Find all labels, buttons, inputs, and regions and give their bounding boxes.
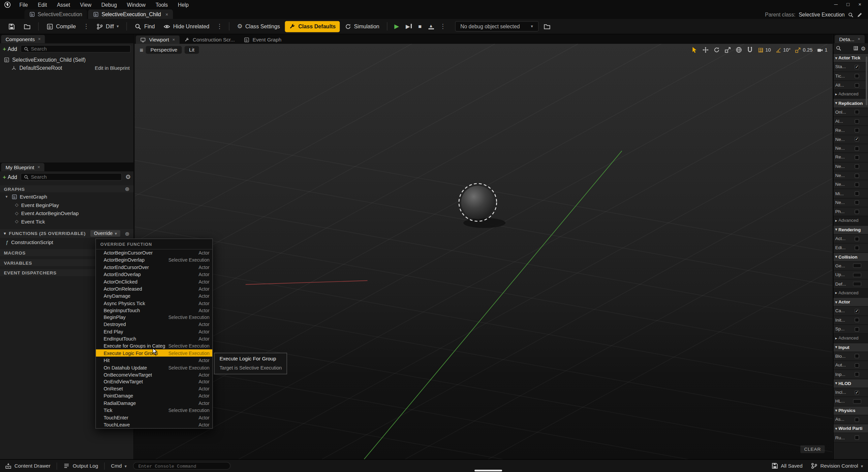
components-search-input[interactable] [31,46,128,52]
world-space-icon[interactable] [735,47,742,53]
menu-window[interactable]: Window [122,1,151,7]
close-icon[interactable]: × [858,37,860,42]
minimize-button[interactable]: ─ [834,2,838,7]
details-advanced-toggle[interactable]: ▸Advanced [834,289,868,298]
maximize-button[interactable]: □ [846,2,849,7]
gear-icon[interactable]: ⚙ [861,45,866,51]
tab-components[interactable]: Components × [1,35,45,43]
find-button[interactable]: Find [131,21,159,32]
checkbox[interactable] [855,191,859,196]
details-category-rendering[interactable]: ▾Rendering [834,226,868,235]
stop-button[interactable]: ■ [415,23,424,29]
functions-section-header[interactable]: ▾ FUNCTIONS (25 OVERRIDABLE) Override ▾ … [0,229,133,238]
override-menu-item[interactable]: DestroyedActor [96,321,212,328]
checkbox[interactable] [855,65,859,69]
menu-asset[interactable]: Asset [52,1,75,7]
details-category-collision[interactable]: ▾Collision [834,253,868,262]
value-field[interactable] [853,264,862,268]
override-menu-item[interactable]: PointDamageActor [96,392,212,400]
add-blueprint-item-button[interactable]: +Add [3,174,17,180]
simulation-button[interactable]: Simulation [341,21,383,32]
details-category-actor[interactable]: ▾Actor [834,298,868,307]
checkbox[interactable] [855,245,859,250]
value-field[interactable] [853,282,862,286]
details-category-input[interactable]: ▾Input [834,343,868,352]
content-drawer-button[interactable]: Content Drawer [5,463,51,469]
chevron-down-icon[interactable]: ▾ [5,195,7,199]
rotate-tool-icon[interactable] [713,47,720,53]
checkbox[interactable] [855,164,859,169]
menu-help[interactable]: Help [173,1,194,7]
checkbox[interactable] [855,74,859,78]
compile-options-icon[interactable]: ⋮ [81,23,91,30]
checkbox[interactable] [855,83,859,87]
menu-file[interactable]: File [14,1,33,7]
details-category-replication[interactable]: ▾Replication [834,99,868,108]
edit-parent-icon[interactable] [857,12,862,17]
override-menu-item[interactable]: End PlayActor [96,328,212,335]
tab-viewport[interactable]: Viewport × [136,35,179,44]
surface-snap-icon[interactable] [746,47,753,53]
class-defaults-button[interactable]: Class Defaults [285,21,340,32]
close-icon[interactable]: × [173,37,175,42]
tab-my-blueprint[interactable]: My Blueprint × [1,163,44,172]
override-menu-item[interactable]: BeginInputTouchActor [96,307,212,314]
rotation-snap-control[interactable]: 10° [775,47,790,53]
override-menu-item[interactable]: ActorOnReleasedActor [96,285,212,292]
scale-snap-control[interactable]: 0.25 [795,47,813,53]
event-actorbeginoverlap-row[interactable]: ◇ Event ActorBeginOverlap [0,209,133,217]
checkbox[interactable] [855,372,859,377]
checkbox[interactable] [855,417,859,422]
hide-unrelated-options-icon[interactable]: ⋮ [214,23,225,30]
graphs-section-header[interactable]: GRAPHS ⊕ [0,185,133,192]
override-dropdown-button[interactable]: Override ▾ [91,230,120,237]
checkbox[interactable] [855,237,859,241]
edit-in-blueprint-link[interactable]: Edit in Blueprint [95,65,130,70]
tab-event-graph[interactable]: Event Graph [239,35,286,44]
override-menu-item[interactable]: ActorEndCursorOverActor [96,264,212,271]
move-tool-icon[interactable] [702,47,709,53]
add-component-button[interactable]: +Add [3,46,17,52]
checkbox[interactable] [855,309,859,313]
checkbox[interactable] [855,146,859,151]
compile-button[interactable]: Compile [43,21,80,32]
view-mode-button[interactable]: Lit [185,46,199,54]
gear-icon[interactable]: ⚙ [125,173,131,180]
menu-debug[interactable]: Debug [96,1,122,7]
checkbox[interactable] [855,363,859,367]
tab-details[interactable]: Deta... × [835,35,865,43]
override-menu-item[interactable]: ActorBeginCursorOverActor [96,249,212,257]
viewport-options-icon[interactable]: ≡ [140,47,144,53]
add-function-icon[interactable]: ⊕ [125,230,129,236]
checkbox[interactable] [855,318,859,322]
my-blueprint-search[interactable] [20,173,122,181]
eject-button[interactable]: ▲ [428,24,434,29]
override-menu-item[interactable]: TouchLeaveActor [96,421,212,428]
frame-skip-button[interactable]: ▶ [403,23,414,29]
console-command-box[interactable] [133,462,230,470]
diff-button[interactable]: Diff▾ [93,21,123,32]
event-beginplay-row[interactable]: ◇ Event BeginPlay [0,201,133,209]
value-field[interactable] [853,273,862,277]
event-tick-row[interactable]: ◇ Event Tick [0,217,133,226]
class-settings-button[interactable]: ⚙Class Settings [233,21,284,32]
checkbox[interactable] [855,173,859,178]
checkbox[interactable] [855,200,859,205]
override-menu-item[interactable]: OnResetActor [96,385,212,392]
select-tool-icon[interactable] [691,47,698,53]
revision-control-button[interactable]: Revision Control▾ [811,463,863,469]
save-button[interactable] [4,21,19,32]
output-log-button[interactable]: Output Log [63,463,98,469]
value-field[interactable] [853,399,862,404]
eventgraph-row[interactable]: ▾ EventGraph [0,193,133,201]
all-saved-indicator[interactable]: All Saved [771,463,803,469]
close-icon[interactable]: × [37,165,40,170]
play-button[interactable]: ▶ [392,23,402,30]
override-menu-item[interactable]: On Datahub UpdateSelective Execution [96,364,212,371]
details-advanced-toggle[interactable]: ▸Advanced [834,216,868,226]
checkbox[interactable] [855,182,859,187]
play-options-icon[interactable]: ⋮ [438,23,448,30]
checkbox[interactable] [855,354,859,358]
add-graph-icon[interactable]: ⊕ [125,186,129,192]
override-menu-item[interactable]: EndInputTouchActor [96,335,212,343]
